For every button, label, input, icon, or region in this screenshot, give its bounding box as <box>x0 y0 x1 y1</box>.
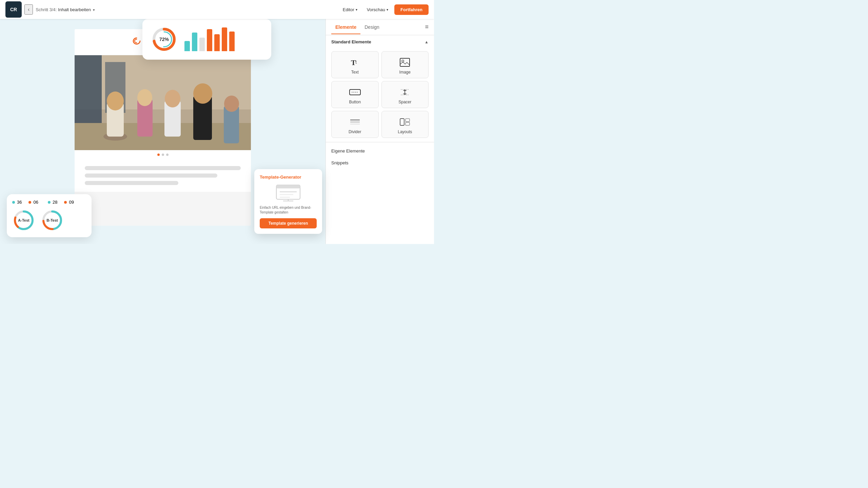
cleverreach-icon <box>132 37 141 47</box>
email-image-block <box>75 55 251 150</box>
tab-elements[interactable]: Elemente <box>331 20 360 34</box>
svg-rect-39 <box>400 119 404 125</box>
sidebar: Elemente Design ≡ Standard Elemente ▲ T … <box>326 19 434 244</box>
element-spacer[interactable]: Spacer <box>381 81 429 108</box>
nav-right: Editor ▾ Vorschau ▾ Fortfahren <box>339 4 429 15</box>
bar-chart <box>184 27 235 51</box>
editor-button[interactable]: Editor ▾ <box>339 5 361 14</box>
svg-point-16 <box>193 83 212 104</box>
dot-3 <box>166 154 169 156</box>
eigene-elemente-item[interactable]: Eigene Elemente <box>326 145 434 157</box>
ab-label-a: A-Test <box>18 218 29 222</box>
text-line-1 <box>85 166 241 170</box>
section-title: Standard Elemente <box>331 39 371 44</box>
mini-donut-a: A-Test <box>12 209 35 232</box>
bar-3 <box>199 38 205 51</box>
layouts-label: Layouts <box>398 129 412 134</box>
image-icon <box>399 57 410 68</box>
bar-1 <box>184 41 190 51</box>
standard-elements-header: Standard Elemente ▲ <box>326 35 434 48</box>
breadcrumb-step: Schritt 3/4: <box>36 7 57 12</box>
svg-rect-5 <box>75 55 102 123</box>
divider-icon <box>350 117 360 127</box>
breadcrumb-chevron: ▾ <box>93 8 95 12</box>
preview-button[interactable]: Vorschau ▾ <box>363 5 392 14</box>
mini-donut-b: B-Test <box>41 209 64 232</box>
floating-chart-card: 72% <box>142 19 271 60</box>
elements-grid: T t Text Image <box>326 48 434 142</box>
svg-point-18 <box>224 96 239 112</box>
stat-4-value: 09 <box>69 200 74 205</box>
dot-1 <box>157 154 160 156</box>
bar-5 <box>214 34 220 51</box>
tg-icon <box>275 182 302 203</box>
svg-text:t: t <box>355 59 357 65</box>
text-label: Text <box>351 70 359 75</box>
text-line-3 <box>85 181 178 185</box>
spacer-icon <box>399 87 410 98</box>
element-divider[interactable]: Divider <box>331 111 379 138</box>
ab-stats-row: 36 06 28 09 <box>12 200 86 205</box>
bar-6 <box>222 27 227 51</box>
ab-test-card: 36 06 28 09 A-Test <box>7 194 92 237</box>
spacer-label: Spacer <box>398 100 411 104</box>
svg-rect-27 <box>400 58 410 66</box>
element-text[interactable]: T t Text <box>331 51 379 78</box>
svg-point-10 <box>107 92 124 110</box>
sidebar-scrollable: Standard Elemente ▲ T t Text <box>326 35 434 244</box>
stat-2-dot <box>28 201 31 204</box>
tg-title: Template-Generator <box>260 175 317 180</box>
breadcrumb: Schritt 3/4: Inhalt bearbeiten ▾ <box>36 7 95 12</box>
svg-point-14 <box>165 90 180 107</box>
email-text-block <box>75 159 251 192</box>
text-icon: T t <box>350 57 360 68</box>
element-button[interactable]: Button <box>331 81 379 108</box>
dot-2 <box>162 154 164 156</box>
stat-4-dot <box>64 201 67 204</box>
proceed-button[interactable]: Fortfahren <box>394 4 429 15</box>
logo-text: CR <box>10 7 17 12</box>
element-image[interactable]: Image <box>381 51 429 78</box>
template-generate-button[interactable]: Template generieren <box>260 218 317 228</box>
template-generator-panel: Template-Generator Einfach URL eingeben … <box>254 169 322 234</box>
section-chevron: ▲ <box>425 40 429 44</box>
layouts-icon <box>399 117 410 127</box>
bar-4 <box>207 29 212 51</box>
button-label: Button <box>349 100 361 104</box>
donut-value: 72% <box>159 37 169 42</box>
snippets-item[interactable]: Snippets <box>326 157 434 169</box>
svg-rect-41 <box>406 122 410 125</box>
dots-indicator <box>75 150 251 159</box>
bar-7 <box>229 32 235 51</box>
breadcrumb-current: Inhalt bearbeiten <box>58 7 91 12</box>
logo: CR <box>5 1 22 18</box>
top-nav: CR ‹ Schritt 3/4: Inhalt bearbeiten ▾ Ed… <box>0 0 434 19</box>
sidebar-tabs: Elemente Design ≡ <box>326 19 434 35</box>
stat-4: 09 <box>64 200 74 205</box>
svg-rect-43 <box>276 185 300 188</box>
divider-label: Divider <box>349 129 361 134</box>
sidebar-footer: Eigene Elemente Snippets <box>326 142 434 171</box>
tg-description: Einfach URL eingeben und Brand-Template … <box>260 205 317 215</box>
stat-2-value: 06 <box>33 200 38 205</box>
back-button[interactable]: ‹ <box>24 4 33 15</box>
stat-1-value: 36 <box>17 200 22 205</box>
svg-rect-40 <box>406 119 410 122</box>
stat-3-value: 28 <box>53 200 57 205</box>
ab-label-b: B-Test <box>46 218 58 222</box>
ab-circles: A-Test B-Test <box>12 209 86 232</box>
stat-1-dot <box>12 201 15 204</box>
element-layouts[interactable]: Layouts <box>381 111 429 138</box>
stat-3: 28 <box>48 200 57 205</box>
svg-point-12 <box>137 89 152 106</box>
button-icon <box>349 87 361 98</box>
image-label: Image <box>399 70 411 75</box>
stat-2: 06 <box>28 200 38 205</box>
text-line-2 <box>85 174 217 178</box>
tab-design[interactable]: Design <box>360 20 383 34</box>
scene <box>75 55 251 150</box>
stat-3-dot <box>48 201 51 204</box>
donut-chart: 72% <box>151 26 178 53</box>
bar-2 <box>192 33 197 51</box>
menu-icon[interactable]: ≡ <box>425 23 429 30</box>
